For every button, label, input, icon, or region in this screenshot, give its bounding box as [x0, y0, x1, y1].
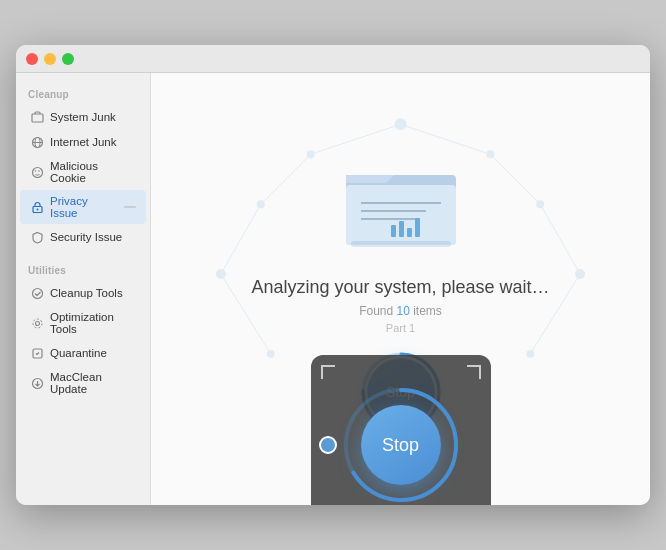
quarantine-icon [30, 346, 44, 360]
status-subtitle: Found 10 items [359, 304, 442, 318]
security-issue-icon [30, 230, 44, 244]
macclean-update-icon [30, 376, 44, 390]
sidebar-item-internet-junk-label: Internet Junk [50, 136, 116, 148]
sidebar-item-quarantine-label: Quarantine [50, 347, 107, 359]
svg-point-20 [216, 269, 226, 279]
sidebar-item-security-issue-label: Security Issue [50, 231, 122, 243]
system-junk-icon [30, 110, 44, 124]
corner-bracket-tr [467, 365, 481, 379]
content-area: .node{fill:#5b9bd5;} .link{stroke:#5b9bd… [151, 73, 650, 505]
svg-rect-36 [391, 225, 396, 237]
sidebar-item-malicious-cookie-label: Malicious Cookie [50, 160, 136, 184]
svg-line-23 [401, 124, 491, 154]
sidebar-item-system-junk-label: System Junk [50, 111, 116, 123]
sidebar-item-cleanup-tools[interactable]: Cleanup Tools [20, 281, 146, 305]
svg-point-16 [307, 150, 315, 158]
traffic-lights [26, 53, 74, 65]
sidebar-item-internet-junk[interactable]: Internet Junk [20, 130, 146, 154]
close-button[interactable] [26, 53, 38, 65]
zoom-overlay: Stop [311, 355, 491, 505]
svg-rect-0 [32, 114, 43, 122]
status-title: Analyzing your system, please wait… [251, 277, 549, 298]
main-layout: Cleanup System Junk Internet Junk Malici… [16, 73, 650, 505]
zoom-stop-button[interactable]: Stop [361, 405, 441, 485]
svg-line-25 [490, 154, 540, 204]
svg-rect-37 [399, 221, 404, 237]
sidebar-item-privacy-issue-label: Privacy Issue [50, 195, 118, 219]
corner-bracket-tl [321, 365, 335, 379]
privacy-issue-badge [124, 206, 136, 208]
svg-line-24 [311, 124, 401, 154]
sidebar-item-privacy-issue[interactable]: Privacy Issue [20, 190, 146, 224]
zoom-inner: Stop [341, 385, 461, 505]
svg-point-14 [395, 118, 407, 130]
svg-point-19 [575, 269, 585, 279]
sidebar-item-macclean-update[interactable]: MacClean Update [20, 366, 146, 400]
svg-point-8 [36, 208, 38, 210]
svg-point-4 [32, 167, 42, 177]
svg-point-6 [38, 170, 40, 172]
svg-point-22 [267, 350, 275, 358]
status-part: Part 1 [386, 322, 415, 334]
found-text: Found [359, 304, 396, 318]
sidebar-item-optimization-tools[interactable]: Optimization Tools [20, 306, 146, 340]
sidebar-item-quarantine[interactable]: Quarantine [20, 341, 146, 365]
svg-rect-40 [351, 241, 451, 247]
cleanup-tools-icon [30, 286, 44, 300]
svg-rect-39 [415, 218, 420, 237]
item-count: 10 [396, 304, 409, 318]
svg-point-11 [33, 319, 42, 328]
items-text: items [413, 304, 442, 318]
sidebar-item-system-junk[interactable]: System Junk [20, 105, 146, 129]
titlebar [16, 45, 650, 73]
zoom-stop-button-label: Stop [382, 435, 419, 456]
malicious-cookie-icon [30, 165, 44, 179]
svg-point-15 [486, 150, 494, 158]
privacy-issue-icon [30, 200, 44, 214]
sidebar-item-cleanup-tools-label: Cleanup Tools [50, 287, 123, 299]
sidebar-item-optimization-tools-label: Optimization Tools [50, 311, 136, 335]
svg-point-10 [35, 321, 39, 325]
svg-point-5 [34, 170, 36, 172]
utilities-section-label: Utilities [16, 259, 150, 280]
app-window: Cleanup System Junk Internet Junk Malici… [16, 45, 650, 505]
minimize-button[interactable] [44, 53, 56, 65]
svg-point-17 [536, 200, 544, 208]
svg-line-26 [261, 154, 311, 204]
optimization-tools-icon [30, 316, 44, 330]
sidebar-item-malicious-cookie[interactable]: Malicious Cookie [20, 155, 146, 189]
sidebar: Cleanup System Junk Internet Junk Malici… [16, 73, 151, 505]
svg-point-9 [32, 288, 42, 298]
internet-junk-icon [30, 135, 44, 149]
svg-line-28 [221, 204, 261, 274]
cursor-indicator [319, 436, 337, 454]
sidebar-item-security-issue[interactable]: Security Issue [20, 225, 146, 249]
svg-point-21 [526, 350, 534, 358]
svg-line-27 [540, 204, 580, 274]
folder-illustration [336, 153, 466, 257]
cleanup-section-label: Cleanup [16, 83, 150, 104]
sidebar-item-macclean-update-label: MacClean Update [50, 371, 136, 395]
svg-rect-38 [407, 228, 412, 237]
svg-point-18 [257, 200, 265, 208]
maximize-button[interactable] [62, 53, 74, 65]
folder-svg [336, 153, 466, 253]
